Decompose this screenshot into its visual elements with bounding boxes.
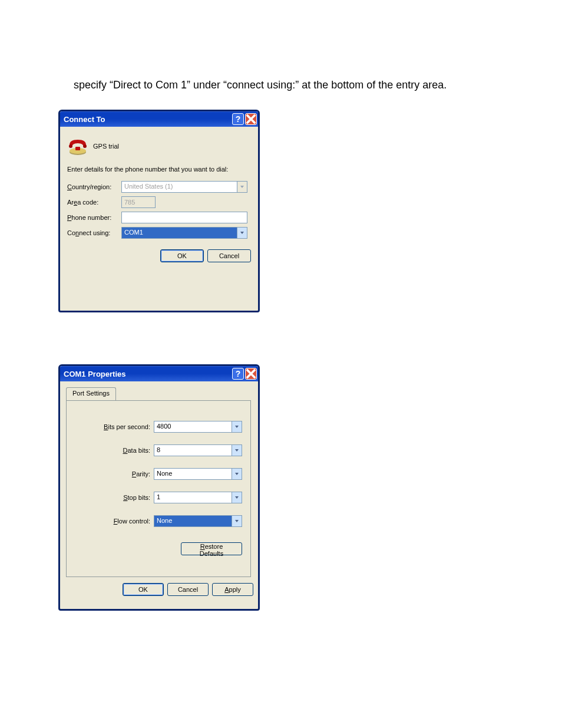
- phone-label: Phone number:: [67, 214, 121, 221]
- svg-point-3: [83, 144, 87, 148]
- chevron-down-icon: [232, 492, 242, 503]
- data-combo[interactable]: 8: [154, 444, 242, 456]
- connection-icon-row: GPS trial: [67, 136, 251, 156]
- dialog-body: GPS trial Enter details for the phone nu…: [60, 127, 258, 269]
- dialog-buttons: OK Cancel Apply: [65, 583, 253, 596]
- chevron-down-icon: [237, 228, 247, 238]
- close-icon[interactable]: [245, 368, 257, 380]
- titlebar: COM1 Properties ?: [60, 366, 258, 381]
- help-icon[interactable]: ?: [232, 368, 244, 380]
- ok-button[interactable]: OK: [123, 583, 164, 596]
- phone-input[interactable]: [121, 212, 247, 223]
- window-title: COM1 Properties: [64, 370, 125, 378]
- bits-combo[interactable]: 4800: [154, 421, 242, 433]
- flow-label: Flow control:: [95, 518, 150, 525]
- connect-to-dialog: Connect To ? GPS trial Enter details for…: [58, 110, 260, 312]
- flow-combo[interactable]: None: [154, 515, 242, 527]
- ok-button[interactable]: OK: [160, 249, 204, 262]
- area-input[interactable]: [121, 196, 156, 208]
- bits-value: 4800: [154, 421, 232, 432]
- dialog-buttons: OK Cancel: [67, 249, 251, 262]
- stop-value: 1: [154, 492, 232, 503]
- svg-point-2: [69, 144, 72, 148]
- tab-port-settings[interactable]: Port Settings: [66, 387, 116, 400]
- prompt-text: Enter details for the phone number that …: [67, 166, 251, 173]
- titlebar: Connect To ?: [60, 111, 258, 127]
- com1-properties-dialog: COM1 Properties ? Port Settings Bits per…: [58, 364, 260, 611]
- chevron-down-icon: [232, 421, 242, 432]
- connect-row: Connect using: COM1: [67, 227, 251, 239]
- country-combo[interactable]: United States (1): [121, 181, 247, 193]
- stop-label: Stop bits:: [95, 494, 150, 501]
- dialog-body: Port Settings Bits per second: 4800 Data…: [60, 381, 258, 602]
- chevron-down-icon: [237, 182, 247, 192]
- data-row: Data bits: 8: [75, 444, 242, 456]
- stop-row: Stop bits: 1: [75, 492, 242, 503]
- flow-value: None: [154, 516, 232, 526]
- restore-defaults-button[interactable]: Restore Defaults: [181, 542, 242, 555]
- area-label: Area code:: [67, 199, 121, 206]
- cancel-button[interactable]: Cancel: [207, 249, 251, 262]
- chevron-down-icon: [232, 469, 242, 479]
- parity-row: Parity: None: [75, 468, 242, 480]
- chevron-down-icon: [232, 516, 242, 526]
- parity-label: Parity:: [95, 470, 150, 477]
- country-value: United States (1): [122, 182, 237, 192]
- apply-button[interactable]: Apply: [212, 583, 253, 596]
- tabset: Port Settings: [66, 386, 253, 400]
- restore-row: Restore Defaults: [75, 542, 242, 555]
- cancel-button[interactable]: Cancel: [167, 583, 209, 596]
- tab-panel: Bits per second: 4800 Data bits: 8 Parit…: [66, 400, 251, 577]
- close-icon[interactable]: [245, 113, 257, 125]
- window-title: Connect To: [64, 115, 105, 124]
- area-row: Area code:: [67, 196, 251, 208]
- phone-row: Phone number:: [67, 212, 251, 223]
- country-row: Country/region: United States (1): [67, 181, 251, 193]
- stop-combo[interactable]: 1: [154, 492, 242, 503]
- bits-label: Bits per second:: [95, 423, 150, 430]
- connection-name: GPS trial: [93, 143, 119, 150]
- titlebar-buttons: ?: [232, 368, 257, 380]
- data-label: Data bits:: [95, 447, 150, 454]
- connect-label: Connect using:: [67, 229, 121, 236]
- titlebar-buttons: ?: [232, 113, 257, 125]
- svg-rect-4: [75, 147, 80, 150]
- data-value: 8: [154, 445, 232, 456]
- connect-combo[interactable]: COM1: [121, 227, 247, 239]
- country-label: Country/region:: [67, 183, 121, 190]
- bits-row: Bits per second: 4800: [75, 421, 242, 433]
- instruction-text: specify “Direct to Com 1” under “connect…: [74, 79, 447, 91]
- parity-combo[interactable]: None: [154, 468, 242, 480]
- parity-value: None: [154, 469, 232, 479]
- flow-row: Flow control: None: [75, 515, 242, 527]
- help-icon[interactable]: ?: [232, 113, 244, 125]
- chevron-down-icon: [232, 445, 242, 456]
- phone-icon: [67, 136, 88, 156]
- connect-value: COM1: [122, 228, 237, 238]
